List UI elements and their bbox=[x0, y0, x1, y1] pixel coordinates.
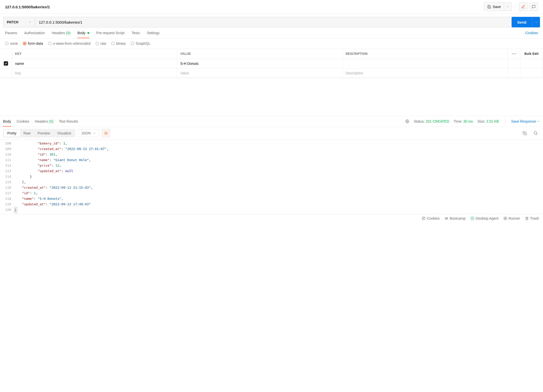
method-value: PATCH bbox=[7, 20, 18, 24]
desc-input[interactable] bbox=[346, 62, 505, 66]
resp-tab-headers[interactable]: Headers (5) bbox=[35, 116, 54, 126]
svg-point-11 bbox=[423, 218, 423, 218]
key-input[interactable] bbox=[15, 62, 174, 66]
save-button-group: Save bbox=[484, 3, 512, 11]
response-meta: Status: 201 CREATED Time: 30 ms Size: 2.… bbox=[405, 118, 540, 124]
time: Time: 30 ms bbox=[454, 119, 473, 123]
play-icon bbox=[504, 217, 507, 220]
svg-point-12 bbox=[424, 218, 424, 218]
tab-params[interactable]: Params bbox=[5, 28, 17, 38]
footer-cookies[interactable]: Cookies bbox=[422, 216, 440, 220]
request-tabs: Params Authorization Headers (9) Body Pr… bbox=[0, 27, 543, 38]
table-header: KEY VALUE DESCRIPTION Bulk Edit bbox=[0, 49, 543, 59]
globe-icon[interactable] bbox=[405, 119, 409, 123]
search-icon bbox=[534, 131, 538, 135]
svg-rect-7 bbox=[524, 133, 526, 135]
code-line: 108 "bakery_id": 1, bbox=[0, 141, 543, 146]
cookies-link[interactable]: Cookies bbox=[525, 31, 538, 35]
radio-raw[interactable]: raw bbox=[96, 41, 106, 45]
tab-body[interactable]: Body bbox=[77, 28, 89, 38]
copy-button[interactable] bbox=[520, 129, 529, 137]
code-line: 109 "created_at": "2022-09-13 17:41:07", bbox=[0, 146, 543, 152]
body-type-radios: none form-data x-www-form-urlencoded raw… bbox=[0, 38, 543, 48]
url-input[interactable] bbox=[35, 17, 512, 27]
view-preview[interactable]: Preview bbox=[34, 130, 54, 137]
code-line: 112 "price": 12, bbox=[0, 163, 543, 168]
tab-settings[interactable]: Settings bbox=[147, 28, 160, 38]
code-line: 120} bbox=[0, 207, 543, 213]
view-pretty[interactable]: Pretty bbox=[4, 130, 20, 137]
footer-bootcamp[interactable]: Bootcamp bbox=[445, 216, 466, 220]
value-input[interactable] bbox=[180, 62, 339, 66]
method-select[interactable]: PATCH bbox=[3, 17, 35, 27]
table-row-empty bbox=[0, 68, 543, 78]
radio-none[interactable]: none bbox=[5, 41, 18, 45]
table-row bbox=[0, 59, 543, 68]
footer-desktop-agent[interactable]: Desktop Agent bbox=[471, 216, 499, 220]
svg-marker-16 bbox=[505, 218, 506, 219]
radio-urlencoded[interactable]: x-www-form-urlencoded bbox=[48, 41, 90, 45]
resp-tab-cookies[interactable]: Cookies bbox=[17, 116, 29, 126]
code-line: 113 "updated_at": null bbox=[0, 168, 543, 174]
chevron-down-icon bbox=[535, 21, 538, 24]
tab-body-label: Body bbox=[77, 31, 85, 35]
response-body[interactable]: 108 "bakery_id": 1,109 "created_at": "20… bbox=[0, 140, 543, 214]
view-visualize[interactable]: Visualize bbox=[54, 130, 75, 137]
svg-point-2 bbox=[515, 53, 516, 54]
check-circle-icon bbox=[471, 217, 474, 220]
code-line: 114 } bbox=[0, 174, 543, 179]
view-raw[interactable]: Raw bbox=[20, 130, 34, 137]
send-dropdown[interactable] bbox=[532, 17, 540, 27]
tab-authorization[interactable]: Authorization bbox=[24, 28, 45, 38]
wrap-icon bbox=[104, 131, 108, 135]
request-title: 127.0.0.1:5000/bakeries/1 bbox=[5, 5, 484, 9]
svg-point-0 bbox=[512, 53, 513, 54]
top-bar-actions: Save bbox=[484, 3, 538, 11]
tab-prerequest[interactable]: Pre-request Script bbox=[96, 28, 125, 38]
code-line: 117 "id": 1, bbox=[0, 190, 543, 196]
value-input-empty[interactable] bbox=[180, 71, 339, 75]
resp-headers-count: (5) bbox=[49, 119, 53, 123]
save-button[interactable]: Save bbox=[484, 3, 504, 11]
top-bar: 127.0.0.1:5000/bakeries/1 Save bbox=[0, 0, 543, 14]
tab-tests[interactable]: Tests bbox=[132, 28, 140, 38]
resp-tab-body[interactable]: Body bbox=[3, 116, 11, 126]
key-input-empty[interactable] bbox=[15, 71, 174, 75]
search-response-button[interactable] bbox=[531, 129, 540, 137]
code-line: 110 "id": 201, bbox=[0, 152, 543, 157]
svg-point-8 bbox=[534, 132, 537, 134]
code-line: 119 "updated_at": "2022-09-13 17:49:43" bbox=[0, 202, 543, 207]
comment-button[interactable] bbox=[529, 3, 538, 11]
view-tabs: Pretty Raw Preview Visualize bbox=[3, 129, 75, 137]
radio-binary[interactable]: binary bbox=[111, 41, 126, 45]
save-response[interactable]: Save Response bbox=[511, 119, 540, 123]
pencil-icon bbox=[521, 5, 525, 9]
more-columns[interactable] bbox=[508, 49, 520, 59]
resp-tab-test-results[interactable]: Test Results bbox=[59, 116, 78, 126]
radio-form-data[interactable]: form-data bbox=[23, 41, 43, 45]
status-bar: Cookies Bootcamp Desktop Agent Runner Tr… bbox=[0, 214, 543, 222]
tab-headers[interactable]: Headers (9) bbox=[52, 28, 70, 38]
code-line: 111 "name": "Giant Donut Hole", bbox=[0, 157, 543, 163]
copy-icon bbox=[523, 131, 527, 135]
row-checkbox[interactable] bbox=[4, 61, 8, 66]
trash-icon bbox=[525, 217, 529, 220]
desc-input-empty[interactable] bbox=[346, 71, 505, 75]
wrap-lines-button[interactable] bbox=[102, 129, 110, 137]
radio-icon bbox=[111, 42, 115, 45]
comment-icon bbox=[532, 5, 536, 9]
footer-trash[interactable]: Trash bbox=[525, 216, 539, 220]
svg-line-9 bbox=[536, 134, 537, 135]
format-select[interactable]: JSON bbox=[78, 129, 99, 137]
save-dropdown[interactable] bbox=[504, 3, 512, 11]
footer-runner[interactable]: Runner bbox=[504, 216, 520, 220]
bulk-edit[interactable]: Bulk Edit bbox=[520, 49, 543, 59]
radio-graphql[interactable]: GraphQL bbox=[131, 41, 150, 45]
divider bbox=[505, 118, 505, 124]
dots-icon bbox=[512, 53, 516, 54]
edit-button[interactable] bbox=[519, 3, 527, 11]
code-line: 116 "created_at": "2022-09-12 21:15:43", bbox=[0, 185, 543, 190]
send-button[interactable]: Send bbox=[512, 17, 532, 27]
save-label: Save bbox=[493, 5, 501, 9]
check-icon bbox=[5, 62, 7, 65]
